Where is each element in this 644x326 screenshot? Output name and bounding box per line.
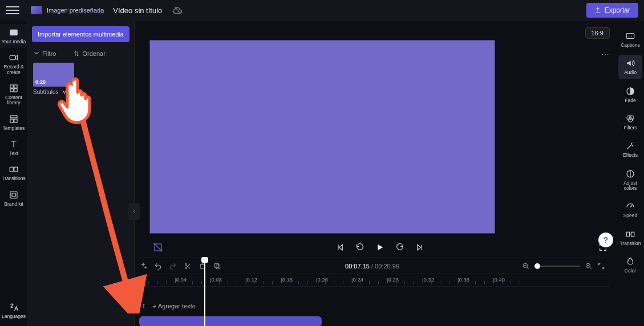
collapse-panel-button[interactable] (128, 203, 140, 220)
import-media-button[interactable]: Importar elementos multimedia (32, 26, 129, 42)
step-forward-button[interactable] (395, 243, 404, 252)
timeline-ruler[interactable]: | 0| 0:04| 0:08| 0:12| 0:16| 0:20| 0:24|… (135, 274, 610, 287)
templates-icon (9, 114, 19, 124)
fade-icon (625, 86, 635, 96)
menu-button[interactable] (6, 3, 19, 17)
svg-rect-1 (10, 30, 18, 36)
filter-icon (33, 50, 40, 57)
zoom-slider[interactable] (534, 266, 580, 267)
right-rail: Captions Audio Fade Filters Effects Adju… (617, 21, 644, 326)
audio-icon (625, 58, 635, 68)
svg-rect-3 (10, 85, 13, 88)
duplicate-button[interactable] (213, 262, 221, 270)
sidebar-item-languages[interactable]: Languages (0, 299, 27, 323)
camera-icon (9, 52, 19, 63)
ruler-tick: | 0 (139, 276, 144, 283)
svg-rect-22 (626, 232, 629, 237)
svg-line-38 (590, 267, 592, 268)
sidebar-item-effects[interactable]: Effects (617, 137, 644, 161)
speed-icon (625, 201, 635, 211)
sidebar-item-captions[interactable]: Captions (617, 27, 644, 51)
magic-button[interactable] (139, 262, 147, 270)
skip-end-button[interactable] (415, 243, 424, 252)
sidebar-item-content-library[interactable]: Content library (0, 80, 27, 109)
media-toolbar: Filtro Ordenar (27, 48, 134, 59)
svg-rect-12 (10, 191, 17, 198)
safe-zone-toggle[interactable] (153, 242, 163, 252)
help-button[interactable]: ? (598, 233, 613, 247)
zoom-out-button[interactable] (522, 262, 530, 270)
sidebar-item-templates[interactable]: Templates (0, 111, 27, 135)
svg-rect-31 (214, 263, 218, 267)
sidebar-item-adjust-colors[interactable]: Adjust colors (617, 165, 644, 195)
preview-canvas[interactable] (149, 40, 495, 234)
play-button[interactable] (375, 242, 385, 252)
svg-rect-8 (10, 119, 13, 123)
sidebar-item-filters[interactable]: Filters (617, 110, 644, 134)
sort-button[interactable]: Ordenar (73, 50, 105, 57)
text-icon (140, 303, 147, 309)
text-icon (9, 139, 19, 149)
split-button[interactable] (184, 262, 192, 270)
ruler-tick: | 0:32 (422, 276, 434, 283)
brandkit-icon (9, 190, 19, 200)
thumbnail-caption: Subtítulos vi... (33, 89, 128, 95)
aspect-ratio-chip[interactable]: 16:9 (585, 27, 610, 39)
ruler-tick: | 0:20 (316, 276, 328, 283)
ruler-tick: | 0:28 (387, 276, 399, 283)
svg-rect-4 (14, 85, 17, 88)
stage-area: 16:9 ⋯ (149, 27, 610, 234)
clip-duration: 0:20 (35, 79, 46, 85)
zoom-in-button[interactable] (585, 262, 593, 270)
project-info: Imagen prediseñada Vídeo sin título (31, 6, 162, 15)
sidebar-item-record-create[interactable]: Record & create (0, 49, 27, 79)
svg-rect-6 (14, 89, 17, 92)
svg-rect-7 (10, 116, 17, 118)
sidebar-item-text[interactable]: Text (0, 136, 27, 160)
timeline-body[interactable]: + Agregar texto (135, 287, 610, 322)
sidebar-item-fade[interactable]: Fade (617, 83, 644, 107)
canvas-more-button[interactable]: ⋯ (601, 50, 610, 59)
languages-icon (9, 302, 19, 312)
svg-rect-23 (631, 232, 634, 237)
undo-button[interactable] (154, 262, 162, 270)
media-icon (9, 27, 19, 38)
svg-rect-30 (216, 264, 220, 268)
project-title[interactable]: Vídeo sin título (113, 6, 162, 15)
ruler-tick: | 0:40 (493, 276, 505, 283)
sidebar-item-speed[interactable]: Speed (617, 198, 644, 222)
svg-line-34 (527, 267, 529, 268)
timeline-clip[interactable] (139, 316, 322, 326)
sidebar-item-your-media[interactable]: Your media (0, 24, 27, 48)
redo-button[interactable] (169, 262, 177, 270)
sidebar-item-transition[interactable]: Transition (617, 226, 644, 250)
svg-line-25 (154, 243, 163, 252)
adjust-icon (625, 169, 635, 179)
timeline: 00:07.15 / 00:20.96 | 0| 0:04| 0:08| 0:1… (135, 258, 610, 326)
ruler-tick: | 0:12 (245, 276, 257, 283)
captions-icon (625, 31, 635, 41)
svg-rect-5 (10, 89, 13, 92)
fit-button[interactable] (597, 262, 605, 270)
sidebar-item-brand-kit[interactable]: Brand kit (0, 186, 27, 210)
sidebar-item-transitions[interactable]: Transitions (0, 161, 27, 185)
svg-rect-9 (14, 119, 17, 123)
transitions-icon (9, 164, 19, 174)
transition-icon (625, 229, 635, 239)
cloud-sync-icon (172, 5, 183, 15)
sidebar-item-audio[interactable]: Audio (618, 55, 642, 79)
left-rail: Your media Record & create Content libra… (0, 21, 27, 326)
zoom-controls (522, 262, 605, 270)
sidebar-item-color[interactable]: Color (617, 253, 644, 277)
project-type: Imagen prediseñada (47, 7, 104, 14)
step-back-button[interactable] (355, 243, 364, 252)
export-button[interactable]: Exportar (586, 3, 638, 18)
filter-button[interactable]: Filtro (33, 50, 56, 57)
export-label: Exportar (605, 6, 630, 14)
sort-icon (73, 50, 80, 57)
svg-rect-10 (10, 168, 13, 172)
ruler-tick: | 0:24 (351, 276, 363, 283)
skip-start-button[interactable] (336, 243, 345, 252)
add-text-row[interactable]: + Agregar texto (140, 303, 196, 309)
media-thumbnail[interactable]: 0:20 (33, 63, 74, 87)
